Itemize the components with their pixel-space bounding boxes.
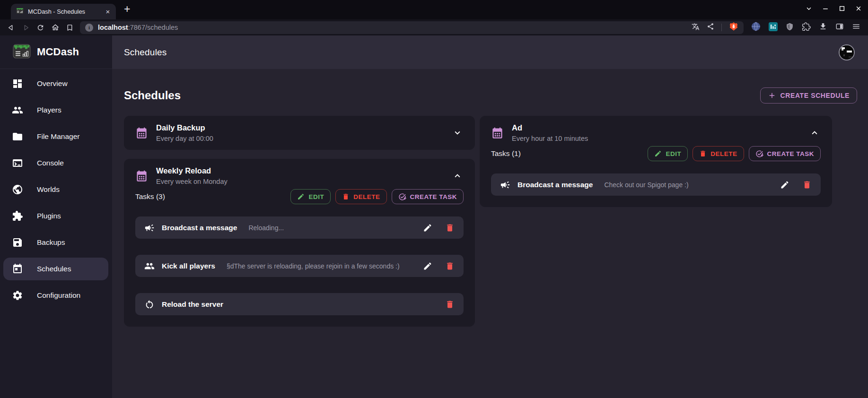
sidebar-item-label: Plugins [37, 212, 61, 220]
edit-task-icon[interactable] [423, 223, 432, 233]
tab-search-chevron-icon[interactable] [805, 5, 813, 12]
create-task-button[interactable]: CREATE TASK [392, 189, 464, 204]
window-controls [805, 5, 862, 12]
url-path: :7867/schedules [128, 24, 178, 31]
schedule-card-header[interactable]: Ad Every hour at 10 minutes [491, 123, 821, 142]
sidebar: MCDash Overview Players File Manager C [0, 35, 112, 398]
sidebar-item-label: Schedules [37, 265, 71, 273]
task-name: Broadcast a message [162, 224, 237, 232]
sidebar-item-label: Players [37, 106, 61, 114]
calendar-icon [12, 263, 23, 275]
task-row-broadcast: Broadcast a message Reloading... [135, 216, 464, 239]
reload-button[interactable] [33, 21, 48, 34]
bookmarks-button[interactable] [62, 21, 77, 34]
sidebar-item-label: Worlds [37, 185, 60, 194]
minimize-button[interactable] [822, 5, 829, 12]
downloads-icon[interactable] [819, 22, 827, 33]
sidebar-item-schedules[interactable]: Schedules [3, 258, 108, 280]
create-task-button[interactable]: CREATE TASK [749, 146, 821, 161]
gear-icon [12, 290, 23, 301]
sidebar-item-label: Console [37, 159, 64, 167]
sidebar-nav: Overview Players File Manager Console Wo… [0, 69, 112, 311]
forward-button[interactable] [18, 21, 33, 34]
schedules-column-left: Daily Backup Every day at 00:00 [124, 116, 475, 327]
edit-task-icon[interactable] [780, 180, 789, 190]
sidebar-item-backups[interactable]: Backups [3, 231, 108, 254]
user-avatar[interactable] [839, 44, 855, 61]
delete-schedule-button[interactable]: DELETE [693, 146, 744, 161]
task-detail: Check out our Spigot page :) [604, 181, 688, 189]
edit-task-icon[interactable] [423, 261, 432, 271]
schedule-card-ad: Ad Every hour at 10 minutes Tasks (1) [480, 116, 832, 207]
calendar-month-icon [135, 127, 148, 139]
sidebar-item-players[interactable]: Players [3, 99, 108, 121]
sidebar-item-configuration[interactable]: Configuration [3, 284, 108, 307]
tasks-count-label: Tasks (3) [135, 192, 165, 201]
calendar-month-icon [135, 170, 148, 182]
browser-window: MCDash - Schedules × + [0, 0, 868, 398]
delete-task-icon[interactable] [445, 261, 455, 271]
delete-task-icon[interactable] [802, 180, 812, 190]
schedules-page: Schedules CREATE SCHEDULE [112, 69, 868, 398]
close-window-button[interactable] [855, 5, 862, 12]
task-name: Broadcast a message [517, 181, 593, 189]
delete-label: DELETE [710, 150, 737, 157]
menu-hamburger-icon[interactable] [852, 22, 860, 33]
translate-icon[interactable] [692, 23, 700, 33]
schedule-card-header[interactable]: Daily Backup Every day at 00:00 [135, 123, 464, 142]
share-icon[interactable] [707, 23, 714, 32]
megaphone-icon [144, 223, 155, 233]
new-tab-button[interactable]: + [124, 3, 130, 17]
sidebar-item-label: Overview [37, 79, 68, 88]
schedule-card-daily-backup: Daily Backup Every day at 00:00 [124, 116, 475, 150]
restart-icon [144, 299, 155, 310]
sidebar-item-plugins[interactable]: Plugins [3, 205, 108, 227]
calendar-month-icon [491, 127, 504, 139]
browser-tab-active[interactable]: MCDash - Schedules × [11, 4, 116, 19]
sidebar-item-overview[interactable]: Overview [3, 72, 108, 95]
plus-icon [768, 91, 776, 100]
sidebar-item-worlds[interactable]: Worlds [3, 178, 108, 201]
players-icon [144, 261, 155, 271]
delete-task-icon[interactable] [445, 223, 455, 233]
add-task-icon [398, 193, 406, 201]
sidebar-item-file-manager[interactable]: File Manager [3, 125, 108, 148]
sidebar-item-console[interactable]: Console [3, 152, 108, 174]
tab-close-icon[interactable]: × [104, 8, 112, 16]
brave-shields-icon[interactable] [729, 22, 738, 33]
site-info-icon[interactable]: i [85, 24, 93, 32]
create-schedule-button[interactable]: CREATE SCHEDULE [760, 87, 857, 104]
create-schedule-label: CREATE SCHEDULE [780, 92, 850, 99]
schedules-grid: Daily Backup Every day at 00:00 [124, 116, 857, 327]
puzzle-icon [12, 210, 23, 222]
browser-tabstrip: MCDash - Schedules × + [0, 0, 868, 19]
terminal-icon [12, 157, 23, 169]
back-button[interactable] [4, 21, 18, 34]
delete-schedule-button[interactable]: DELETE [335, 189, 386, 204]
chevron-up-icon[interactable] [452, 171, 464, 181]
edit-label: EDIT [308, 193, 324, 200]
maximize-button[interactable] [838, 5, 846, 12]
task-row-reload-server: Reload the server [135, 293, 464, 315]
home-button[interactable] [48, 21, 62, 34]
url-text: localhost:7867/schedules [98, 24, 687, 31]
trash-icon [699, 150, 707, 157]
app-header: Schedules [112, 35, 868, 69]
tasks-bar: Tasks (3) EDIT DELETE [135, 189, 464, 204]
extensions-puzzle-icon[interactable] [802, 22, 811, 33]
task-row-kick-players: Kick all players §dThe server is reloadi… [135, 255, 464, 277]
edit-label: EDIT [666, 150, 681, 157]
url-bar[interactable]: i localhost:7867/schedules [80, 21, 744, 34]
schedule-card-header[interactable]: Weekly Reload Every week on Monday [135, 166, 464, 185]
stats-extension-icon[interactable] [769, 22, 778, 33]
delete-task-icon[interactable] [445, 300, 455, 309]
schedule-card-weekly-reload: Weekly Reload Every week on Monday Tasks… [124, 159, 475, 327]
sidebar-panel-icon[interactable] [835, 22, 844, 33]
chevron-down-icon[interactable] [452, 128, 464, 138]
edit-schedule-button[interactable]: EDIT [290, 189, 331, 204]
trash-icon [342, 193, 350, 200]
globe-extension-icon[interactable] [751, 22, 761, 33]
edit-schedule-button[interactable]: EDIT [648, 146, 688, 161]
shield-extension-icon[interactable] [786, 22, 794, 33]
chevron-up-icon[interactable] [809, 128, 821, 138]
